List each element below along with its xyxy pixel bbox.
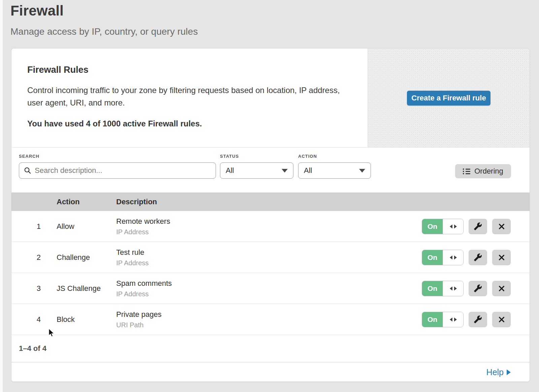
edit-rule-button[interactable] — [469, 281, 487, 296]
table-row: 2 Challenge Test rule IP Address On — [11, 242, 530, 273]
table-row: 4 Block Private pages URI Path On — [11, 304, 530, 335]
ordered-list-icon — [463, 168, 471, 175]
toggle-on-label: On — [422, 281, 443, 296]
rule-description: Test rule — [116, 248, 422, 257]
delete-rule-button[interactable] — [492, 219, 511, 234]
page-header: Firewall Manage access by IP, country, o… — [10, 3, 198, 37]
table-row: 3 JS Challenge Spam comments IP Address … — [11, 273, 530, 304]
status-dropdown[interactable]: All — [220, 162, 293, 179]
left-right-arrows-icon — [449, 224, 457, 229]
rule-match-type: IP Address — [116, 259, 422, 267]
create-rule-panel: Create a Firewall rule — [368, 49, 530, 147]
rule-priority: 1 — [11, 222, 57, 231]
rule-match-type: URI Path — [116, 321, 422, 329]
rule-enabled-toggle[interactable]: On — [422, 312, 464, 327]
page-title: Firewall — [10, 3, 198, 19]
toggle-on-label: On — [422, 250, 443, 265]
rule-action: Challenge — [57, 253, 116, 262]
page-subtitle: Manage access by IP, country, or query r… — [10, 26, 198, 37]
rule-description-cell: Test rule IP Address — [116, 248, 422, 267]
firewall-rules-card: Firewall Rules Control incoming traffic … — [11, 48, 530, 382]
triangle-right-icon — [507, 369, 511, 375]
toggle-on-label: On — [422, 312, 443, 327]
toggle-drag-handle[interactable] — [443, 312, 463, 327]
rule-action: Allow — [57, 222, 116, 231]
edit-rule-button[interactable] — [469, 250, 487, 265]
rule-priority: 2 — [11, 253, 57, 262]
rule-action: JS Challenge — [57, 284, 116, 293]
pagination-summary: 1–4 of 4 — [19, 344, 46, 353]
ordering-button[interactable]: Ordering — [455, 164, 511, 178]
edit-rule-button[interactable] — [469, 219, 487, 234]
action-dropdown[interactable]: All — [298, 162, 371, 179]
rule-enabled-toggle[interactable]: On — [422, 281, 464, 296]
search-input[interactable] — [35, 166, 211, 175]
rules-list: 1 Allow Remote workers IP Address On — [11, 211, 530, 335]
rule-priority: 4 — [11, 315, 57, 324]
close-icon — [498, 285, 505, 292]
rule-enabled-toggle[interactable]: On — [422, 250, 464, 265]
wrench-icon — [474, 284, 482, 293]
delete-rule-button[interactable] — [492, 281, 511, 296]
search-field-container — [19, 162, 216, 179]
status-label: STATUS — [220, 154, 239, 159]
rule-description: Spam comments — [116, 279, 422, 288]
table-header: Action Description — [11, 192, 530, 211]
help-link[interactable]: Help — [486, 367, 511, 377]
section-description: Control incoming traffic to your zone by… — [27, 84, 346, 109]
close-icon — [498, 254, 505, 261]
wrench-icon — [474, 315, 482, 324]
section-heading: Firewall Rules — [27, 65, 352, 75]
left-right-arrows-icon — [449, 317, 457, 322]
help-link-label: Help — [486, 367, 504, 377]
chevron-down-icon — [282, 169, 288, 173]
rule-controls: On — [422, 281, 511, 296]
search-label: SEARCH — [19, 154, 39, 159]
left-right-arrows-icon — [449, 286, 457, 291]
toggle-drag-handle[interactable] — [443, 219, 463, 234]
toggle-on-label: On — [422, 219, 443, 234]
rule-controls: On — [422, 312, 511, 327]
card-footer: Help — [11, 362, 530, 382]
rule-controls: On — [422, 250, 511, 265]
column-header-action: Action — [57, 198, 80, 206]
column-header-description: Description — [116, 198, 157, 206]
rule-description: Remote workers — [116, 217, 422, 226]
wrench-icon — [474, 253, 482, 262]
ordering-button-label: Ordering — [474, 167, 503, 176]
action-selected-value: All — [304, 166, 312, 175]
table-row: 1 Allow Remote workers IP Address On — [11, 211, 530, 242]
usage-summary: You have used 4 of 1000 active Firewall … — [27, 119, 352, 128]
rule-description-cell: Private pages URI Path — [116, 310, 422, 329]
create-firewall-rule-button[interactable]: Create a Firewall rule — [407, 91, 490, 105]
delete-rule-button[interactable] — [492, 312, 511, 327]
rule-description-cell: Spam comments IP Address — [116, 279, 422, 298]
close-icon — [498, 316, 505, 323]
left-right-arrows-icon — [449, 255, 457, 260]
intro-section: Firewall Rules Control incoming traffic … — [11, 49, 530, 148]
rule-controls: On — [422, 219, 511, 234]
toggle-drag-handle[interactable] — [443, 250, 463, 265]
rule-enabled-toggle[interactable]: On — [422, 219, 464, 234]
status-selected-value: All — [226, 166, 234, 175]
pagination-row: 1–4 of 4 — [11, 335, 530, 362]
rule-description-cell: Remote workers IP Address — [116, 217, 422, 236]
wrench-icon — [474, 222, 482, 231]
rule-action: Block — [57, 315, 116, 324]
edit-rule-button[interactable] — [469, 312, 487, 327]
close-icon — [498, 223, 505, 230]
toggle-drag-handle[interactable] — [443, 281, 463, 296]
rule-match-type: IP Address — [116, 228, 422, 236]
action-label: ACTION — [298, 154, 317, 159]
rule-description: Private pages — [116, 310, 422, 319]
rule-priority: 3 — [11, 284, 57, 293]
search-icon — [24, 167, 31, 174]
filters-bar: SEARCH STATUS All ACTION All — [11, 148, 530, 192]
chevron-down-icon — [359, 169, 365, 173]
delete-rule-button[interactable] — [492, 250, 511, 265]
window-edge — [0, 0, 3, 392]
rule-match-type: IP Address — [116, 290, 422, 298]
